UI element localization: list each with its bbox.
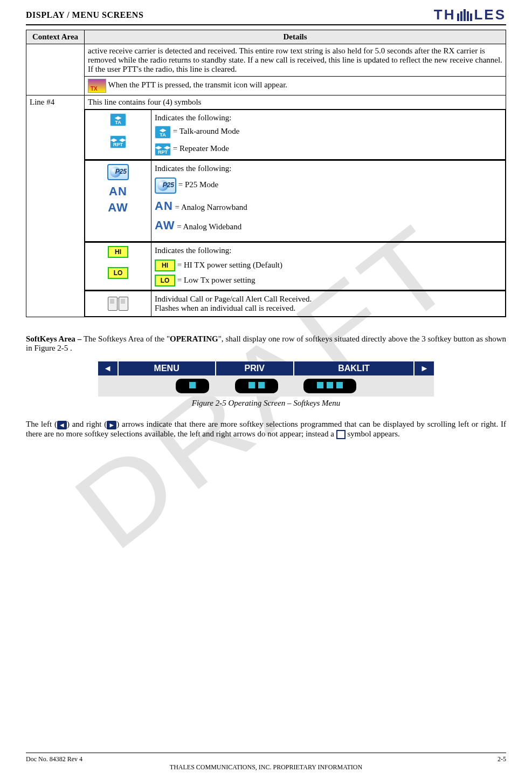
page-header: DISPLAY / MENU SCREENS TH LES (26, 6, 506, 25)
softkey-menu[interactable]: MENU (118, 361, 216, 375)
softkey-priv[interactable]: PRIV (216, 361, 294, 375)
section-title: DISPLAY / MENU SCREENS (26, 10, 143, 20)
footer-pageno: 2-5 (498, 755, 506, 763)
an-icon: AN (88, 184, 148, 199)
softkey-button-row (98, 375, 434, 397)
symbol-desc-1: Indicates the following: ◂▸TA = Talk-aro… (151, 110, 506, 160)
context-cell-line4: Line #4 (26, 95, 85, 317)
figure-caption: Figure 2-5 Operating Screen – Softkeys M… (98, 399, 434, 408)
softkeys-paragraph: SoftKeys Area – The Softkeys Area of the… (26, 334, 506, 353)
symbol-desc-2: Indicates the following: P25 = P25 Mode … (151, 161, 506, 242)
col-header-details: Details (85, 30, 506, 44)
symbol-desc-3: Indicates the following: HI = HI TX powe… (151, 243, 506, 290)
arrows-paragraph: The left (◄) and right (►) arrows indica… (26, 420, 506, 439)
talkaround-icon: ◂▸TA (110, 113, 126, 126)
symbol-group-4: → Individual Call or Page/call Alert Cal… (85, 291, 506, 317)
an-icon-inline: AN (155, 199, 173, 213)
page-footer: Doc No. 84382 Rev 4 2-5 THALES COMMUNICA… (26, 753, 506, 771)
symbol-group-3: HI LO Indicates the following: HI = HI T… (85, 242, 506, 290)
left-arrow-icon: ◄ (57, 421, 67, 429)
softkeys-bar: ◄ MENU PRIV BAKLIT ► (98, 361, 434, 375)
p25-icon: P25 (107, 164, 129, 180)
stop-square-icon (336, 430, 346, 439)
details-rx-carrier: active receive carrier is detected and r… (85, 44, 506, 77)
symbol-cell-power: HI LO (85, 243, 151, 290)
hi-power-icon: HI (108, 246, 128, 258)
symbol-cell-ta-rpt: ◂▸TA ◂▸ ◂▸RPT (85, 110, 151, 160)
hi-power-icon-inline: HI (155, 259, 175, 271)
softkey-baklit[interactable]: BAKLIT (294, 361, 414, 375)
individual-call-icon: → (106, 295, 130, 311)
softkey-button-3[interactable] (303, 379, 356, 393)
repeater-icon: ◂▸ ◂▸RPT (110, 135, 126, 148)
softkey-right-arrow[interactable]: ► (414, 361, 434, 375)
p25-icon-inline: P25 (155, 177, 176, 194)
brand-logo: TH LES (434, 6, 506, 23)
talkaround-icon-inline: ◂▸TA (155, 126, 171, 139)
details-tx-icon-row: When the PTT is pressed, the transmit ic… (85, 77, 506, 95)
footer-proprietary: THALES COMMUNICATIONS, INC. PROPRIETARY … (26, 763, 506, 771)
line4-intro: This line contains four (4) symbols (85, 95, 506, 110)
softkey-button-1[interactable] (176, 379, 209, 393)
right-arrow-icon: ► (107, 421, 116, 429)
tx-icon (88, 79, 106, 93)
symbol-cell-indcall: → (85, 291, 151, 317)
symbol-group-1: ◂▸TA ◂▸ ◂▸RPT Indicates the following: ◂… (85, 110, 506, 160)
symbol-desc-4: Individual Call or Page/call Alert Call … (151, 291, 506, 317)
col-header-context: Context Area (26, 30, 85, 44)
lo-power-icon-inline: LO (155, 275, 175, 286)
symbol-group-2: P25 AN AW Indicates the following: P25 =… (85, 160, 506, 242)
symbol-cell-mode: P25 AN AW (85, 161, 151, 242)
softkey-left-arrow[interactable]: ◄ (98, 361, 118, 375)
context-cell-blank (26, 44, 85, 95)
softkey-button-2[interactable] (235, 379, 278, 393)
context-details-table: Context Area Details active receive carr… (26, 30, 506, 317)
aw-icon-inline: AW (155, 218, 175, 232)
lo-power-icon: LO (108, 267, 128, 279)
footer-docno: Doc No. 84382 Rev 4 (26, 755, 82, 763)
aw-icon: AW (88, 201, 148, 215)
repeater-icon-inline: ◂▸ ◂▸RPT (155, 143, 171, 156)
softkeys-figure: ◄ MENU PRIV BAKLIT ► Figure 2-5 Operatin… (98, 361, 434, 408)
